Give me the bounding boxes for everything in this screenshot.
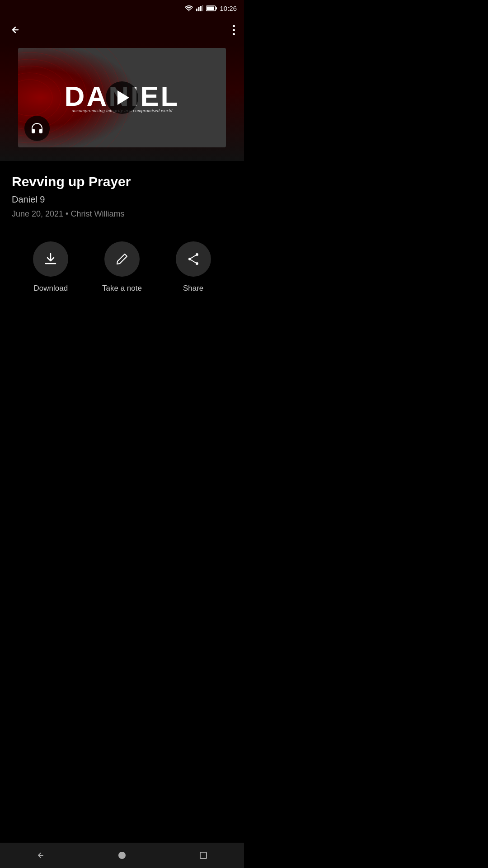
download-circle [33, 241, 68, 277]
dot-3 [233, 33, 235, 35]
top-navigation [0, 16, 244, 43]
sermon-series: Daniel 9 [12, 194, 232, 205]
battery-icon [206, 5, 217, 11]
back-arrow-icon [9, 24, 22, 35]
svg-rect-2 [200, 6, 202, 11]
headphones-badge[interactable] [24, 116, 50, 141]
svg-point-19 [196, 262, 198, 265]
share-circle [176, 241, 211, 277]
svg-rect-3 [202, 5, 203, 11]
download-label: Download [34, 284, 68, 293]
sermon-title: Revving up Prayer [12, 174, 232, 190]
thumbnail-container: DANIEL uncompromising integrity in a com… [0, 43, 244, 161]
note-label: Take a note [102, 284, 142, 293]
dot-2 [233, 29, 235, 31]
status-icons: 10:26 [184, 5, 237, 12]
svg-point-7 [18, 80, 52, 116]
sermon-meta: June 20, 2021 • Christ Williams [12, 209, 232, 219]
note-icon [115, 252, 129, 266]
status-bar: 10:26 [0, 0, 244, 16]
svg-rect-1 [198, 7, 200, 11]
download-action[interactable]: Download [33, 241, 68, 293]
svg-point-17 [196, 253, 198, 256]
status-time: 10:26 [220, 5, 237, 12]
share-label: Share [183, 284, 203, 293]
sermon-thumbnail[interactable]: DANIEL uncompromising integrity in a com… [18, 48, 226, 147]
svg-point-8 [18, 73, 61, 123]
download-icon [43, 252, 58, 266]
svg-rect-6 [207, 6, 214, 10]
headphones-icon [30, 122, 44, 135]
note-circle [104, 241, 140, 277]
content-area: Revving up Prayer Daniel 9 June 20, 2021… [0, 161, 244, 311]
svg-rect-5 [216, 7, 217, 9]
signal-icon [196, 5, 203, 11]
share-icon [186, 252, 201, 266]
svg-line-21 [191, 260, 196, 263]
share-action[interactable]: Share [176, 241, 211, 293]
play-triangle-icon [117, 90, 129, 105]
wifi-icon [184, 5, 193, 11]
play-button[interactable] [106, 81, 138, 114]
svg-rect-0 [196, 9, 197, 11]
svg-line-20 [191, 255, 196, 259]
back-button[interactable] [9, 24, 22, 35]
note-action[interactable]: Take a note [102, 241, 142, 293]
dot-1 [233, 25, 235, 27]
actions-row: Download Take a note Share [12, 241, 232, 293]
more-options-button[interactable] [233, 25, 235, 35]
